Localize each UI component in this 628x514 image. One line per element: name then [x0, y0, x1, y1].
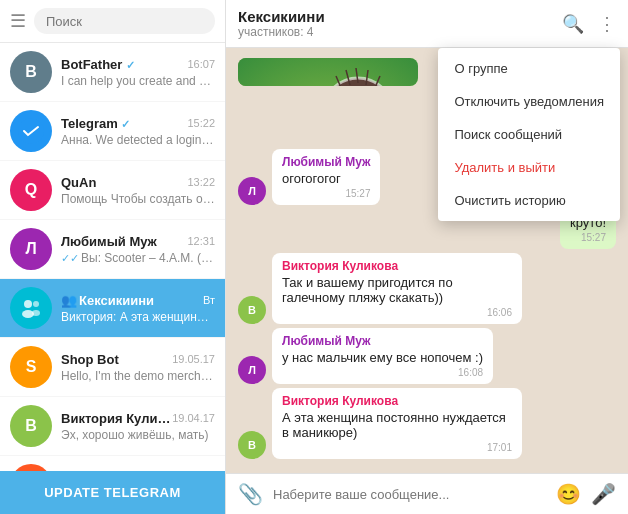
chat-header: Кексикиини участников: 4 🔍 ⋮: [226, 0, 628, 48]
chat-preview: Эх, хорошо живёшь, мать): [61, 428, 215, 442]
update-telegram-button[interactable]: UPDATE TELEGRAM: [0, 471, 225, 514]
chat-item-botfather[interactable]: B BotFather ✓ 16:07 I can help you creat…: [0, 43, 225, 102]
message-msg5: В Виктория Куликова А эта женщина постоя…: [238, 388, 616, 459]
chat-item-quan[interactable]: Q QuAn 13:22 Помощь Чтобы создать опл...: [0, 161, 225, 220]
message-msg4: Л Любимый Муж у нас мальчик ему все нопо…: [238, 328, 616, 384]
avatar: Л: [10, 228, 52, 270]
hamburger-icon[interactable]: ☰: [10, 10, 26, 32]
chat-name-row: BotFather ✓ 16:07: [61, 57, 215, 72]
msg-sender: Любимый Муж: [282, 334, 483, 348]
msg-text: у нас мальчик ему все нопочем :): [282, 350, 483, 365]
msg-avatar: Л: [238, 356, 266, 384]
chat-name-row: 👥Кексикиини Вт: [61, 293, 215, 308]
avatar: В: [10, 405, 52, 447]
chat-name: 👥Кексикиини: [61, 293, 154, 308]
context-menu-item-search[interactable]: Поиск сообщений: [438, 118, 620, 151]
chat-time: Вт: [203, 294, 215, 306]
msg-sender: Виктория Куликова: [282, 394, 512, 408]
chat-preview: Анна. We detected a login in...: [61, 133, 215, 147]
chat-area: Кексикиини участников: 4 🔍 ⋮: [226, 0, 628, 514]
context-menu-item-clear[interactable]: Очистить историю: [438, 184, 620, 217]
mic-icon[interactable]: 🎤: [591, 482, 616, 506]
msg-avatar: Л: [238, 177, 266, 205]
sidebar: ☰ B BotFather ✓ 16:07 I can help you cre…: [0, 0, 226, 514]
chat-time: 19.04.17: [172, 412, 215, 424]
chat-header-name: Кексикиини: [238, 8, 325, 25]
more-icon[interactable]: ⋮: [598, 13, 616, 35]
chat-item-group[interactable]: 👥Кексикиини Вт Виктория: А эта женщина п…: [0, 279, 225, 338]
chat-time: 13:22: [187, 176, 215, 188]
avatar: M: [10, 464, 52, 471]
chat-item-telegram[interactable]: Telegram ✓ 15:22 Анна. We detected a log…: [0, 102, 225, 161]
search-wrap: [34, 8, 215, 34]
msg-bubble: Виктория Куликова Так и вашему пригодитс…: [272, 253, 522, 324]
search-icon[interactable]: 🔍: [562, 13, 584, 35]
chat-name-row: Любимый Муж 12:31: [61, 234, 215, 249]
msg-row: В Виктория Куликова Так и вашему пригоди…: [238, 253, 616, 324]
chat-preview: Виктория: А эта женщина п...: [61, 310, 215, 324]
chat-info: 👥Кексикиини Вт Виктория: А эта женщина п…: [61, 293, 215, 324]
msg-time: 15:27: [282, 188, 370, 199]
chat-info: Telegram ✓ 15:22 Анна. We detected a log…: [61, 116, 215, 147]
chat-preview: I can help you create and ma...: [61, 74, 215, 88]
attach-icon[interactable]: 📎: [238, 482, 263, 506]
chat-name: QuAn: [61, 175, 96, 190]
chat-header-subtitle: участников: 4: [238, 25, 325, 39]
chat-header-actions: 🔍 ⋮: [562, 13, 616, 35]
chat-name: BotFather ✓: [61, 57, 135, 72]
avatar: Q: [10, 169, 52, 211]
svg-point-2: [33, 301, 39, 307]
avatar: S: [10, 346, 52, 388]
context-menu: О группеОтключить уведомленияПоиск сообщ…: [438, 48, 620, 221]
chat-item-husband[interactable]: Л Любимый Муж 12:31 ✓✓Вы: Scooter – 4.A.…: [0, 220, 225, 279]
chat-name: Telegram ✓: [61, 116, 130, 131]
chat-list: B BotFather ✓ 16:07 I can help you creat…: [0, 43, 225, 471]
svg-point-1: [24, 300, 32, 308]
chat-name-row: QuAn 13:22: [61, 175, 215, 190]
svg-point-3: [22, 310, 34, 318]
chat-info: Виктория Кулико... 19.04.17 Эх, хорошо ж…: [61, 411, 215, 442]
message-input[interactable]: [273, 487, 546, 502]
chat-info: Любимый Муж 12:31 ✓✓Вы: Scooter – 4.A.M.…: [61, 234, 215, 265]
message-msg3: В Виктория Куликова Так и вашему пригоди…: [238, 253, 616, 324]
msg-time: 15:27: [570, 232, 606, 243]
chat-preview: Hello, I'm the demo merchan...: [61, 369, 215, 383]
msg-time: 16:08: [282, 367, 483, 378]
chat-name: Любимый Муж: [61, 234, 157, 249]
chat-item-mycookbot[interactable]: M MyCookBot 31.03.17: [0, 456, 225, 471]
svg-rect-5: [238, 58, 418, 86]
svg-point-0: [18, 118, 44, 144]
chat-info: QuAn 13:22 Помощь Чтобы создать опл...: [61, 175, 215, 206]
chat-item-shopbot[interactable]: S Shop Bot 19.05.17 Hello, I'm the demo …: [0, 338, 225, 397]
chat-name-row: Виктория Кулико... 19.04.17: [61, 411, 215, 426]
msg-row: В Виктория Куликова А эта женщина постоя…: [238, 388, 616, 459]
msg-bubble: Любимый Муж огогогогог 15:27: [272, 149, 380, 205]
chat-time: 19.05.17: [172, 353, 215, 365]
sidebar-header: ☰: [0, 0, 225, 43]
chat-preview: Помощь Чтобы создать опл...: [61, 192, 215, 206]
context-menu-item-delete[interactable]: Удалить и выйти: [438, 151, 620, 184]
chat-time: 15:22: [187, 117, 215, 129]
msg-sender: Любимый Муж: [282, 155, 370, 169]
msg-bubble: Виктория Куликова А эта женщина постоянн…: [272, 388, 522, 459]
msg-row: Л Любимый Муж у нас мальчик ему все нопо…: [238, 328, 616, 384]
msg-text: А эта женщина постоянно нуждается в мани…: [282, 410, 512, 440]
search-input[interactable]: [46, 14, 203, 29]
emoji-icon[interactable]: 😊: [556, 482, 581, 506]
avatar: [10, 110, 52, 152]
context-menu-item-about[interactable]: О группе: [438, 52, 620, 85]
svg-point-4: [32, 310, 40, 316]
chat-info: BotFather ✓ 16:07 I can help you create …: [61, 57, 215, 88]
input-bar: 📎 😊 🎤: [226, 473, 628, 514]
chat-item-viktoriya[interactable]: В Виктория Кулико... 19.04.17 Эх, хорошо…: [0, 397, 225, 456]
chat-time: 16:07: [187, 58, 215, 70]
msg-time: 16:06: [282, 307, 512, 318]
image-message: [238, 58, 418, 86]
msg-sender: Виктория Куликова: [282, 259, 512, 273]
avatar: B: [10, 51, 52, 93]
msg-avatar: В: [238, 296, 266, 324]
chat-time: 12:31: [187, 235, 215, 247]
context-menu-item-mute[interactable]: Отключить уведомления: [438, 85, 620, 118]
chat-name-row: Shop Bot 19.05.17: [61, 352, 215, 367]
chat-name: Виктория Кулико...: [61, 411, 172, 426]
